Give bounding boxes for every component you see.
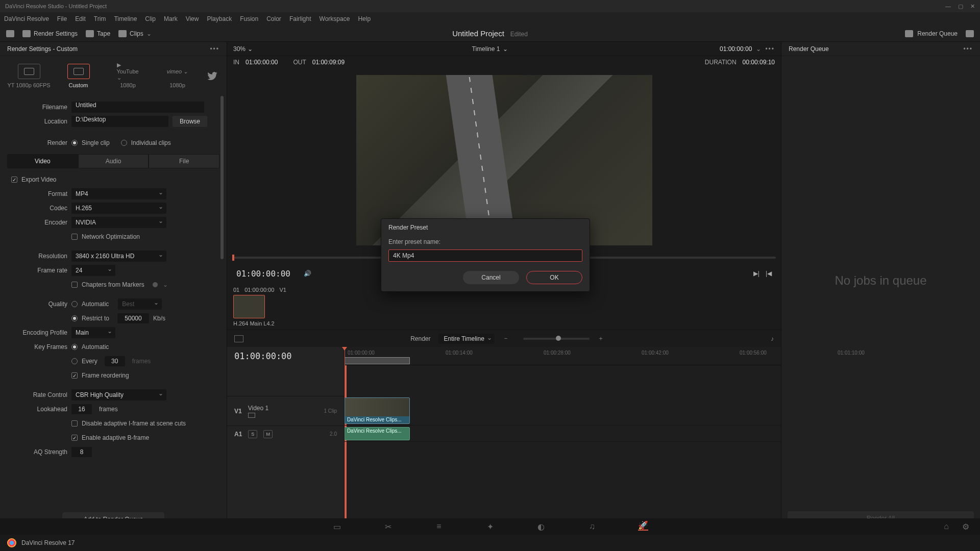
menu-item[interactable]: Mark [164, 15, 178, 22]
aq-input[interactable]: 8 [71, 447, 92, 457]
quality-auto-radio[interactable] [71, 301, 78, 307]
tab-audio[interactable]: Audio [78, 154, 149, 168]
fullscreen-toggle[interactable] [6, 30, 14, 37]
menu-item[interactable]: Playback [207, 15, 232, 22]
timeline-zoom-slider[interactable] [523, 338, 590, 340]
timeline-name[interactable]: Timeline 1⌄ [472, 45, 508, 53]
timeline-tracks[interactable]: 01:00:00:00 01:00:14:00 01:00:28:00 01:0… [345, 347, 781, 532]
minimize-icon[interactable]: — [945, 3, 951, 10]
preset-twitter[interactable] [202, 68, 223, 84]
tab-file[interactable]: File [149, 154, 219, 168]
last-frame-icon[interactable]: |◀ [766, 270, 772, 277]
bitrate-input[interactable]: 50000 [117, 313, 149, 323]
tab-video[interactable]: Video [7, 154, 78, 168]
v1-track[interactable]: DaVinci Resolve Clips... [345, 396, 781, 425]
kf-every-radio[interactable] [71, 358, 78, 364]
maximize-icon[interactable]: ▢ [958, 3, 963, 10]
zoom-out-icon[interactable]: － [503, 334, 509, 343]
lookahead-input[interactable]: 16 [71, 404, 92, 414]
marker-color-icon[interactable] [153, 282, 158, 287]
menu-item[interactable]: File [57, 15, 67, 22]
format-select[interactable]: MP4 [71, 188, 166, 199]
frame-reorder-check[interactable] [71, 372, 78, 379]
encoder-select[interactable]: NVIDIA [71, 217, 166, 228]
a1-header[interactable]: A1 S M 2.0 [227, 425, 344, 442]
source-clip-thumb[interactable] [233, 295, 265, 318]
resolution-select[interactable]: 3840 x 2160 Ultra HD [71, 251, 166, 262]
fairlight-page-icon[interactable]: ♫ [587, 522, 597, 531]
home-icon[interactable]: ⌂ [941, 522, 951, 531]
filename-input[interactable]: Untitled [71, 102, 204, 113]
menu-item[interactable]: Fairlight [289, 15, 311, 22]
preset-youtube[interactable]: ▶ YouTube ⌄1080p [103, 64, 153, 88]
ok-button[interactable]: OK [526, 271, 582, 284]
preset-yt[interactable]: YT 1080p 60FPS [4, 64, 54, 88]
individual-clips-radio[interactable] [121, 140, 127, 146]
mute-button[interactable]: M [263, 430, 273, 438]
preset-name-input[interactable] [388, 249, 582, 262]
in-out-range[interactable] [345, 357, 410, 364]
menu-item[interactable]: Clip [145, 15, 156, 22]
framerate-select[interactable]: 24 [71, 265, 115, 276]
clips-toggle[interactable]: Clips⌄ [118, 30, 152, 37]
cancel-button[interactable]: Cancel [463, 271, 519, 284]
menu-item[interactable]: Help [358, 15, 371, 22]
menu-item[interactable]: View [186, 15, 199, 22]
codec-select[interactable]: H.265 [71, 203, 166, 214]
settings-icon[interactable]: ⚙ [961, 522, 971, 531]
menu-item[interactable]: Color [266, 15, 281, 22]
browse-button[interactable]: Browse [173, 116, 207, 127]
zoom-select[interactable]: 30%⌄ [233, 45, 253, 53]
next-clip-icon[interactable]: ▶| [753, 270, 760, 277]
timeline-ruler[interactable]: 01:00:00:00 01:00:14:00 01:00:28:00 01:0… [345, 347, 781, 365]
close-icon[interactable]: ✕ [970, 3, 975, 10]
queue-menu-icon[interactable]: ••• [963, 45, 973, 53]
audio-toggle-icon[interactable]: ♪ [771, 335, 774, 342]
timeline-view-icon[interactable] [234, 335, 243, 342]
deliver-page-icon[interactable]: 🚀 [638, 522, 648, 531]
disable-iframe-check[interactable] [71, 420, 78, 427]
single-clip-radio[interactable] [71, 140, 78, 146]
v1-header[interactable]: V1 Video 1 1 Clip [227, 396, 344, 425]
scrubber-handle[interactable] [232, 255, 234, 261]
enc-profile-select[interactable]: Main [71, 327, 115, 338]
net-opt-check[interactable] [71, 234, 78, 240]
menu-item[interactable]: Workspace [320, 15, 350, 22]
in-timecode[interactable]: 01:00:00:00 [246, 59, 278, 66]
fusion-page-icon[interactable]: ✦ [485, 522, 495, 531]
edit-page-icon[interactable]: ≡ [434, 522, 444, 531]
audio-clip[interactable]: DaVinci Resolve Clips... [345, 427, 410, 440]
chapters-check[interactable] [71, 282, 78, 288]
panel-menu-icon[interactable]: ••• [210, 45, 219, 53]
export-video-check[interactable] [11, 177, 17, 183]
location-input[interactable]: D:\Desktop [71, 116, 168, 127]
viewer-timecode[interactable]: 01:00:00:00 [720, 45, 752, 53]
volume-icon[interactable]: 🔊 [304, 270, 311, 277]
menu-item[interactable]: Timeline [114, 15, 137, 22]
menu-item[interactable]: DaVinci Resolve [4, 15, 49, 22]
timeline-timecode[interactable]: 01:00:00:00 [227, 347, 344, 365]
menu-item[interactable]: Trim [94, 15, 106, 22]
tape-toggle[interactable]: Tape [86, 30, 110, 37]
enable-bframe-check[interactable] [71, 435, 78, 441]
color-page-icon[interactable]: ◐ [536, 522, 546, 531]
transport-timecode[interactable]: 01:00:00:00 [236, 269, 290, 279]
settings-scrollbar[interactable] [220, 96, 224, 507]
solo-button[interactable]: S [248, 430, 257, 438]
a1-track[interactable]: DaVinci Resolve Clips... [345, 425, 781, 442]
media-page-icon[interactable]: ▭ [332, 522, 342, 531]
rate-control-select[interactable]: CBR High Quality [71, 389, 166, 400]
cut-page-icon[interactable]: ✂ [383, 522, 393, 531]
restrict-radio[interactable] [71, 315, 78, 321]
preset-vimeo[interactable]: vimeo ⌄1080p [153, 64, 202, 88]
render-queue-toggle[interactable]: Render Queue [917, 30, 958, 37]
kf-auto-radio[interactable] [71, 344, 78, 350]
expand-queue-icon[interactable] [966, 30, 974, 37]
out-timecode[interactable]: 01:00:09:09 [312, 59, 345, 66]
video-clip[interactable]: DaVinci Resolve Clips... [345, 397, 410, 424]
menu-item[interactable]: Edit [75, 15, 86, 22]
render-scope-select[interactable]: Entire Timeline [438, 334, 494, 344]
viewer-menu-icon[interactable]: ••• [765, 45, 775, 53]
render-settings-toggle[interactable]: Render Settings [22, 30, 78, 37]
zoom-in-icon[interactable]: ＋ [598, 334, 604, 343]
